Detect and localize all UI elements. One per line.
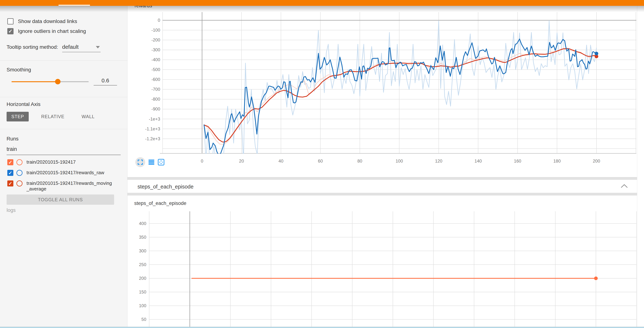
rewards-chart-plot[interactable]: 0-100-200-300-400-500-600-700-800-900-1e… bbox=[127, 7, 637, 170]
run-solo-radio[interactable] bbox=[16, 180, 22, 186]
svg-text:60: 60 bbox=[318, 159, 323, 164]
expand-icon bbox=[138, 160, 143, 165]
horizontal-axis-wall-button[interactable]: WALL bbox=[77, 112, 99, 122]
run-row[interactable]: ✓ train/20201015-192417/rewards_raw bbox=[7, 170, 114, 176]
ignore-outliers-checkbox[interactable]: ✓ bbox=[7, 28, 14, 34]
svg-text:-200: -200 bbox=[152, 37, 160, 42]
run-solo-radio[interactable] bbox=[16, 170, 22, 176]
svg-text:-100: -100 bbox=[152, 27, 160, 32]
svg-text:0: 0 bbox=[201, 159, 203, 164]
run-row[interactable]: ✓ train/20201015-192417 bbox=[7, 159, 114, 165]
checkbox-label: Ignore outliers in chart scaling bbox=[18, 28, 86, 34]
tooltip-sorting-select[interactable]: default bbox=[62, 44, 100, 52]
svg-text:-1.1e+3: -1.1e+3 bbox=[145, 126, 160, 131]
svg-text:-400: -400 bbox=[152, 57, 160, 62]
fit-data-icon bbox=[158, 159, 164, 166]
data-table-icon bbox=[148, 160, 154, 165]
horizontal-axis-label: Horizontal Axis bbox=[6, 101, 40, 107]
svg-text:200: 200 bbox=[593, 159, 600, 164]
svg-text:-900: -900 bbox=[152, 107, 160, 111]
chevron-down-icon bbox=[96, 46, 100, 48]
svg-text:200: 200 bbox=[139, 276, 146, 281]
run-visibility-checkbox[interactable]: ✓ bbox=[7, 170, 13, 176]
svg-text:20: 20 bbox=[239, 159, 244, 164]
steps-section-header[interactable]: steps_of_each_episode bbox=[127, 180, 637, 193]
window-bottom-edge bbox=[0, 327, 644, 328]
checkbox-label: Show data download links bbox=[18, 18, 77, 24]
smoothing-slider-thumb[interactable] bbox=[55, 79, 60, 84]
scrollbar-gutter[interactable] bbox=[637, 6, 644, 327]
ignore-outliers-row: ✓ Ignore outliers in chart scaling bbox=[7, 28, 86, 34]
tensorboard-app: Show data download links ✓ Ignore outlie… bbox=[0, 0, 644, 328]
horizontal-axis-relative-button[interactable]: RELATIVE bbox=[36, 112, 69, 122]
steps-chart-plot[interactable]: 40035030025020015010050 bbox=[127, 206, 637, 328]
svg-text:-1e+3: -1e+3 bbox=[149, 117, 160, 122]
check-icon: ✓ bbox=[8, 160, 12, 165]
horizontal-axis-button-group: STEP RELATIVE WALL bbox=[6, 112, 107, 122]
settings-sidebar: Show data download links ✓ Ignore outlie… bbox=[0, 6, 128, 327]
chart-toolbar bbox=[135, 157, 164, 167]
svg-text:-1.2e+3: -1.2e+3 bbox=[145, 136, 160, 141]
toggle-all-runs-button[interactable]: TOGGLE ALL RUNS bbox=[6, 194, 114, 205]
divider bbox=[0, 97, 127, 97]
svg-text:50: 50 bbox=[141, 317, 146, 322]
logs-directory-label: logs bbox=[6, 207, 16, 213]
svg-text:100: 100 bbox=[139, 303, 146, 308]
svg-text:400: 400 bbox=[139, 221, 146, 226]
divider bbox=[0, 60, 127, 61]
svg-text:120: 120 bbox=[435, 159, 442, 164]
section-gap bbox=[127, 177, 637, 180]
runs-filter-input[interactable] bbox=[6, 146, 121, 155]
svg-text:250: 250 bbox=[139, 262, 146, 267]
check-icon: ✓ bbox=[8, 170, 12, 175]
run-visibility-checkbox[interactable]: ✓ bbox=[7, 159, 13, 165]
run-row[interactable]: ✓ train/20201015-192417/rewards_moving_a… bbox=[7, 180, 114, 192]
collapse-section-button[interactable] bbox=[620, 184, 628, 189]
run-name-label: train/20201015-192417 bbox=[26, 159, 114, 165]
run-name-label: train/20201015-192417/rewards_moving_ave… bbox=[26, 180, 114, 192]
chevron-up-icon bbox=[620, 184, 628, 188]
svg-text:-800: -800 bbox=[152, 97, 160, 102]
svg-text:350: 350 bbox=[139, 235, 146, 240]
svg-text:-500: -500 bbox=[152, 67, 160, 72]
runs-label: Runs bbox=[6, 136, 18, 142]
active-tab-indicator bbox=[58, 5, 90, 6]
show-data-download-links-checkbox[interactable] bbox=[7, 18, 14, 24]
check-icon: ✓ bbox=[8, 29, 12, 34]
svg-text:40: 40 bbox=[278, 159, 284, 164]
run-name-label: train/20201015-192417/rewards_raw bbox=[26, 170, 114, 175]
tooltip-sorting-row: Tooltip sorting method: default bbox=[6, 44, 100, 52]
smoothing-slider-fill bbox=[12, 81, 58, 82]
tooltip-sorting-label: Tooltip sorting method: bbox=[6, 44, 58, 50]
horizontal-axis-step-button[interactable]: STEP bbox=[6, 112, 29, 122]
steps-section-title: steps_of_each_episode bbox=[138, 184, 194, 190]
svg-text:160: 160 bbox=[514, 159, 521, 164]
svg-text:150: 150 bbox=[139, 290, 146, 294]
run-solo-radio[interactable] bbox=[16, 159, 22, 165]
toggle-data-table-button[interactable] bbox=[148, 160, 154, 165]
svg-text:80: 80 bbox=[357, 159, 362, 164]
run-visibility-checkbox[interactable]: ✓ bbox=[7, 180, 13, 186]
svg-text:180: 180 bbox=[553, 159, 560, 164]
show-data-download-links-row: Show data download links bbox=[7, 18, 77, 24]
svg-text:100: 100 bbox=[396, 159, 403, 164]
svg-text:0: 0 bbox=[158, 18, 160, 23]
svg-text:140: 140 bbox=[474, 159, 482, 164]
app-header-bar bbox=[0, 0, 644, 6]
expand-chart-button[interactable] bbox=[135, 157, 145, 167]
svg-text:-700: -700 bbox=[152, 87, 160, 92]
svg-text:300: 300 bbox=[139, 248, 146, 253]
tooltip-sorting-value: default bbox=[62, 44, 79, 50]
check-icon: ✓ bbox=[8, 181, 12, 186]
smoothing-label: Smoothing bbox=[6, 67, 31, 73]
fit-domain-button[interactable] bbox=[158, 159, 164, 166]
smoothing-value-input[interactable] bbox=[94, 77, 117, 85]
svg-text:-300: -300 bbox=[152, 47, 160, 52]
svg-text:-600: -600 bbox=[152, 77, 160, 82]
smoothing-slider[interactable] bbox=[12, 81, 89, 82]
steps-chart-title: steps_of_each_episode bbox=[134, 200, 186, 206]
section-gap bbox=[127, 193, 637, 195]
